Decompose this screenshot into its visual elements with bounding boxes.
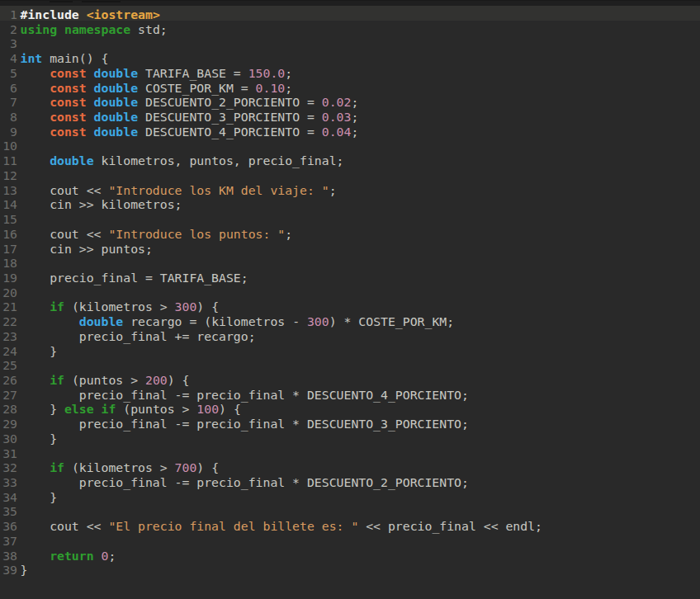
- line-number: 7: [0, 95, 17, 108]
- code-text: [17, 504, 700, 517]
- code-line[interactable]: 30 }: [0, 430, 700, 445]
- code-line[interactable]: 1#include <iostream>: [0, 6, 700, 21]
- token-plain: [21, 66, 50, 80]
- token-plain: TARIFA_BASE =: [138, 66, 248, 80]
- code-line[interactable]: 14 cin >> kilometros;: [0, 196, 700, 210]
- code-line[interactable]: 6 const double COSTE_POR_KM = 0.10;: [0, 79, 700, 94]
- token-include: <iostream>: [87, 7, 160, 21]
- token-plain: [21, 314, 79, 328]
- code-text: if (puntos > 200) {: [17, 373, 700, 386]
- code-line[interactable]: 21 if (kilometros > 300) {: [0, 298, 700, 313]
- code-text: cout << "El precio final del billete es:…: [17, 519, 700, 532]
- token-qualifier: const: [50, 125, 87, 139]
- token-type: double: [94, 81, 138, 95]
- code-line[interactable]: 19 precio_final = TARIFA_BASE;: [0, 269, 700, 284]
- token-plain: cin >> puntos;: [21, 242, 153, 256]
- code-text: if (kilometros > 700) {: [17, 460, 700, 474]
- token-plain: [21, 125, 50, 139]
- token-keyword: return: [50, 549, 93, 563]
- code-text: [17, 358, 700, 371]
- code-line[interactable]: 35: [0, 502, 700, 517]
- token-plain: DESCUENTO_3_PORCIENTO =: [138, 110, 322, 124]
- code-line[interactable]: 38 return 0;: [0, 547, 700, 562]
- code-text: const double DESCUENTO_2_PORCIENTO = 0.0…: [17, 95, 700, 108]
- code-line[interactable]: 7 const double DESCUENTO_2_PORCIENTO = 0…: [0, 93, 700, 108]
- token-plain: << precio_final << endl;: [358, 519, 542, 533]
- code-line[interactable]: 15: [0, 210, 700, 225]
- code-text: cout << "Introduce los puntos: ";: [17, 227, 700, 240]
- code-text: if (kilometros > 300) {: [17, 300, 700, 313]
- token-plain: ) {: [219, 402, 241, 416]
- token-keyword: else: [64, 402, 94, 416]
- code-line[interactable]: 27 precio_final -= precio_final * DESCUE…: [0, 386, 700, 401]
- code-text: const double DESCUENTO_3_PORCIENTO = 0.0…: [17, 110, 700, 123]
- code-line[interactable]: 23 precio_final += recargo;: [0, 328, 700, 342]
- line-number: 5: [0, 66, 17, 79]
- code-text: }: [17, 344, 700, 357]
- code-line[interactable]: 32 if (kilometros > 700) {: [0, 459, 700, 474]
- code-text: #include <iostream>: [17, 7, 700, 21]
- line-number: 32: [0, 460, 17, 474]
- code-area[interactable]: 1#include <iostream>2using namespace std…: [0, 6, 700, 576]
- line-number: 23: [0, 329, 17, 342]
- code-line[interactable]: 37: [0, 532, 700, 547]
- token-string: "Introduce los puntos: ": [108, 227, 285, 241]
- code-line[interactable]: 12: [0, 167, 700, 182]
- code-line[interactable]: 26 if (puntos > 200) {: [0, 371, 700, 386]
- code-line[interactable]: 3: [0, 35, 700, 50]
- token-keyword: if: [50, 373, 64, 387]
- token-plain: [21, 95, 50, 109]
- line-number: 21: [0, 300, 17, 313]
- token-plain: precio_final -= precio_final * DESCUENTO…: [21, 417, 469, 431]
- line-number: 19: [0, 271, 17, 284]
- editor-top-strip: [0, 0, 700, 6]
- code-line[interactable]: 17 cin >> puntos;: [0, 240, 700, 255]
- code-line[interactable]: 20: [0, 284, 700, 299]
- code-text: } else if (puntos > 100) {: [17, 402, 700, 415]
- line-number: 28: [0, 402, 17, 415]
- code-line[interactable]: 10: [0, 137, 700, 152]
- token-plain: [87, 110, 94, 124]
- code-line[interactable]: 8 const double DESCUENTO_3_PORCIENTO = 0…: [0, 108, 700, 123]
- code-line[interactable]: 4int main() {: [0, 50, 700, 64]
- token-plain: [21, 460, 50, 474]
- token-keyword: if: [50, 460, 64, 474]
- code-line[interactable]: 33 precio_final -= precio_final * DESCUE…: [0, 474, 700, 488]
- code-line[interactable]: 16 cout << "Introduce los puntos: ";: [0, 225, 700, 240]
- token-plain: }: [21, 344, 58, 358]
- cropped-text-remnant: [82, 1, 121, 2]
- token-plain: }: [21, 432, 58, 446]
- line-number: 4: [0, 51, 17, 64]
- token-plain: COSTE_POR_KM =: [138, 81, 256, 95]
- code-line[interactable]: 34 }: [0, 488, 700, 503]
- code-text: }: [17, 490, 700, 503]
- code-line[interactable]: 31: [0, 445, 700, 460]
- line-number: 2: [0, 22, 17, 35]
- code-editor[interactable]: 1#include <iostream>2using namespace std…: [0, 0, 700, 599]
- code-line[interactable]: 29 precio_final -= precio_final * DESCUE…: [0, 415, 700, 430]
- token-plain: kilometros, puntos, precio_final;: [94, 153, 344, 167]
- code-line[interactable]: 9 const double DESCUENTO_4_PORCIENTO = 0…: [0, 123, 700, 138]
- code-line[interactable]: 39}: [0, 561, 700, 576]
- code-line[interactable]: 36 cout << "El precio final del billete …: [0, 517, 700, 532]
- code-line[interactable]: 2using namespace std;: [0, 21, 700, 35]
- line-number: 27: [0, 388, 17, 401]
- line-number: 22: [0, 314, 17, 328]
- token-plain: [94, 549, 102, 563]
- token-plain: [21, 300, 50, 314]
- code-line[interactable]: 25: [0, 356, 700, 371]
- token-plain: ;: [329, 183, 337, 197]
- code-line[interactable]: 18: [0, 254, 700, 269]
- line-number: 12: [0, 168, 17, 182]
- code-text: [17, 139, 700, 152]
- code-text: int main() {: [17, 51, 700, 64]
- code-line[interactable]: 28 } else if (puntos > 100) {: [0, 400, 700, 415]
- code-text: return 0;: [17, 549, 700, 562]
- code-line[interactable]: 24 }: [0, 342, 700, 357]
- code-line[interactable]: 22 double recargo = (kilometros - 300) *…: [0, 313, 700, 328]
- code-line[interactable]: 11 double kilometros, puntos, precio_fin…: [0, 152, 700, 167]
- token-type: double: [94, 125, 138, 139]
- line-number: 34: [0, 490, 17, 503]
- code-line[interactable]: 13 cout << "Introduce los KM del viaje: …: [0, 182, 700, 196]
- code-line[interactable]: 5 const double TARIFA_BASE = 150.0;: [0, 64, 700, 79]
